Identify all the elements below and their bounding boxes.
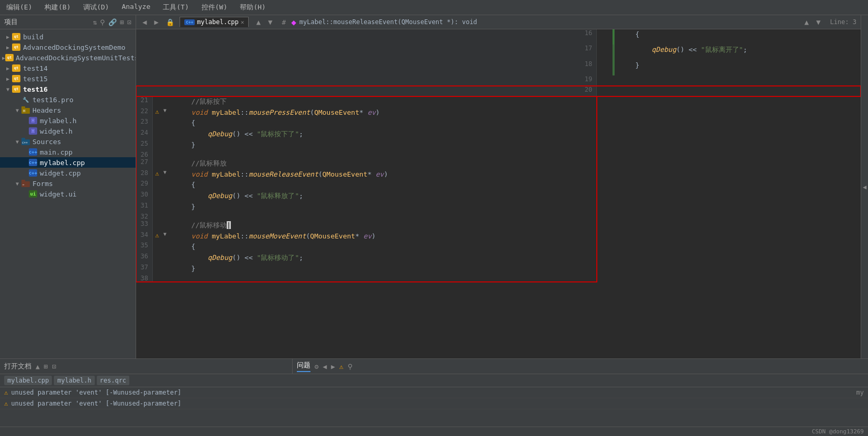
issues-tab[interactable]: 问题 (297, 361, 310, 372)
tab-nav-up[interactable]: ▲ (254, 17, 262, 27)
issues-prev-icon[interactable]: ◀ (323, 363, 327, 370)
line-code-23[interactable]: { (171, 118, 392, 129)
line-code-32[interactable] (171, 213, 392, 220)
tree-item-test15[interactable]: ▶ test15 (0, 73, 136, 84)
tree-arrow-ads-demo[interactable]: ▶ (4, 45, 12, 50)
tree-item-ads-unit[interactable]: ▶ AdvancedDockingSystemUnitTests (0, 52, 136, 63)
line-code-27[interactable]: //鼠标释放 (171, 158, 392, 169)
svg-text:c++: c++ (22, 140, 28, 144)
line-code-36[interactable]: qDebug() << "鼠标移动了"; (171, 253, 392, 264)
line-code-37[interactable]: } (171, 264, 392, 275)
line-code-34[interactable]: void myLabel::mouseMoveEvent(QMouseEvent… (171, 231, 392, 242)
line-warning-19 (597, 75, 605, 86)
add-icon[interactable]: ⊞ (120, 18, 124, 26)
line-code-28[interactable]: void myLabel::mouseReleaseEvent(QMouseEv… (171, 169, 392, 180)
menu-debug[interactable]: 调试(D) (81, 2, 111, 13)
tab-close-button[interactable]: ✕ (241, 19, 244, 26)
close-panel-icon[interactable]: ⊡ (127, 18, 131, 26)
tree-item-mylabel-cpp[interactable]: c++ mylabel.cpp (0, 157, 136, 168)
line-code-25[interactable]: } (171, 140, 392, 151)
line-warning-30 (153, 191, 161, 202)
tree-item-test14[interactable]: ▶ test14 (0, 63, 136, 73)
code-editor[interactable]: 16 { 17 qDebug() << "鼠标离开了"; (136, 29, 861, 358)
issues-warning-icon[interactable]: ⚠ (339, 363, 343, 370)
line-code-21[interactable]: //鼠标按下 (171, 96, 392, 107)
menu-analyze[interactable]: Analyze (119, 2, 152, 13)
tree-item-widget-ui[interactable]: ui widget.ui (0, 189, 136, 199)
line-code-38[interactable] (171, 275, 392, 282)
menu-controls[interactable]: 控件(W) (199, 2, 229, 13)
line-code-26[interactable] (171, 151, 392, 158)
line-code-24[interactable]: qDebug() << "鼠标按下了"; (171, 129, 392, 140)
open-doc-mylabel-h[interactable]: mylabel.h (54, 376, 94, 385)
menu-build[interactable]: 构建(B) (42, 2, 72, 13)
menu-help[interactable]: 帮助(H) (238, 2, 268, 13)
filter-icon[interactable]: ⚲ (100, 18, 105, 26)
function-nav-up[interactable]: ▲ (803, 17, 811, 27)
open-docs-add[interactable]: ⊞ (44, 363, 48, 370)
open-docs-nav-up[interactable]: ▲ (36, 363, 40, 370)
line-warning-36 (153, 253, 161, 264)
tree-arrow-build[interactable]: ▶ (4, 34, 12, 40)
line-code-35[interactable]: { (171, 242, 392, 253)
tree-item-main-cpp[interactable]: c++ main.cpp (0, 147, 136, 157)
tree-item-headers[interactable]: ▼ H Headers (0, 105, 136, 115)
line-code-19[interactable] (615, 75, 861, 86)
open-docs-close[interactable]: ⊡ (52, 363, 57, 370)
link-icon[interactable]: 🔗 (108, 18, 117, 26)
line-fold-28[interactable]: ▼ (161, 169, 169, 180)
tree-arrow-test16[interactable]: ▼ (4, 86, 12, 92)
issues-nav-icon1[interactable]: ⚙ (315, 363, 319, 370)
qt-folder-icon-test16 (12, 85, 21, 93)
issues-filter-icon[interactable]: ⚲ (348, 363, 353, 370)
line-code-29[interactable]: { (171, 180, 392, 191)
tree-arrow-test14[interactable]: ▶ (4, 66, 12, 71)
line-warning-37 (153, 264, 161, 275)
qt-folder-icon-build (12, 32, 21, 41)
tree-item-ads-demo[interactable]: ▶ AdvancedDockingSystemDemo (0, 42, 136, 52)
menu-tools[interactable]: 工具(T) (161, 2, 191, 13)
line-code-16[interactable]: { (615, 29, 861, 45)
back-button[interactable]: ◀ (140, 17, 149, 27)
line-code-31[interactable]: } (171, 202, 392, 213)
tree-item-widget-cpp[interactable]: c++ widget.cpp (0, 168, 136, 178)
svg-text:✏: ✏ (23, 182, 25, 186)
open-doc-res-qrc[interactable]: res.qrc (97, 376, 130, 385)
tree-item-widget-h[interactable]: H widget.h (0, 126, 136, 136)
tree-item-test16[interactable]: ▼ test16 (0, 84, 136, 94)
line-code-22[interactable]: void myLabel::mousePressEvent(QMouseEven… (171, 107, 392, 118)
tree-arrow-forms[interactable]: ▼ (14, 181, 21, 187)
tree-arrow-headers[interactable]: ▼ (14, 107, 21, 113)
tree-item-sources[interactable]: ▼ c++ Sources (0, 136, 136, 147)
lock-icon[interactable]: 🔒 (164, 17, 176, 27)
line-code-30[interactable]: qDebug() << "鼠标释放了"; (171, 191, 392, 202)
line-fold-22[interactable]: ▼ (161, 107, 169, 118)
issue-item-0[interactable]: ⚠ unused parameter 'event' [-Wunused-par… (0, 387, 868, 398)
tree-arrow-sources[interactable]: ▼ (14, 139, 21, 145)
tree-item-build[interactable]: ▶ build (0, 31, 136, 42)
line-code-17[interactable]: qDebug() << "鼠标离开了"; (615, 45, 861, 60)
tab-nav-down[interactable]: ▼ (266, 17, 274, 27)
line-code-18[interactable]: } (615, 60, 861, 75)
issues-next-icon[interactable]: ▶ (331, 363, 335, 370)
line-code-20[interactable] (615, 86, 861, 96)
tree-item-mylabel-h[interactable]: H mylabel.h (0, 115, 136, 126)
line-code-33[interactable]: //鼠标移动| (171, 220, 392, 231)
tab-cpp-icon: c++ (184, 19, 195, 25)
forward-button[interactable]: ▶ (152, 17, 160, 27)
tree-label-sources: Sources (32, 138, 61, 146)
function-nav-down[interactable]: ▼ (814, 17, 822, 27)
tab-mylabel-cpp[interactable]: c++ mylabel.cpp ✕ (180, 17, 249, 27)
line-fold-21 (161, 96, 169, 107)
tree-label-forms: Forms (32, 180, 53, 188)
line-fold-34[interactable]: ▼ (161, 231, 169, 242)
menu-edit[interactable]: 编辑(E) (4, 2, 34, 13)
open-doc-mylabel-cpp[interactable]: mylabel.cpp (4, 376, 52, 385)
tree-arrow-test15[interactable]: ▶ (4, 76, 12, 82)
side-panel-arrow[interactable]: ◀ (861, 15, 868, 358)
tree-item-test16-pro[interactable]: 🔧 test16.pro (0, 94, 136, 105)
sort-icon[interactable]: ⇅ (93, 18, 97, 26)
tree-item-forms[interactable]: ▼ ✏ Forms (0, 178, 136, 189)
issue-item-1[interactable]: ⚠ unused parameter 'event' [-Wunused-par… (0, 398, 868, 409)
line-fold-20 (605, 86, 613, 96)
